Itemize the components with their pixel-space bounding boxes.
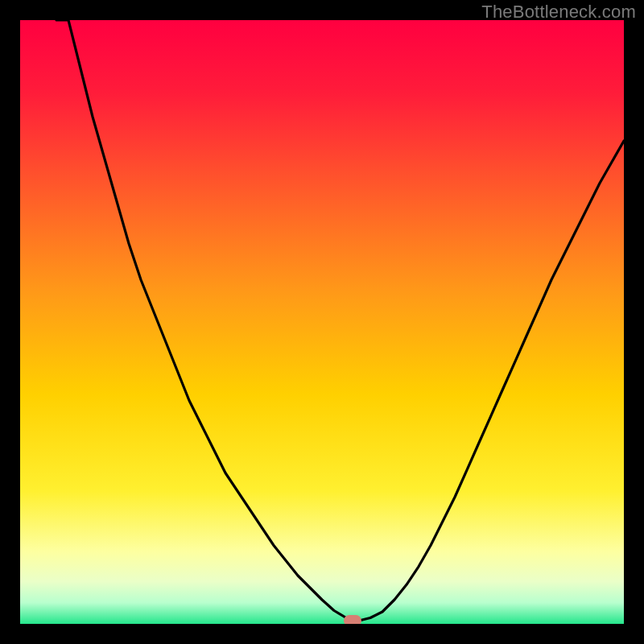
plot-area (20, 20, 624, 624)
optimum-marker (344, 615, 361, 624)
bottleneck-curve (20, 20, 624, 624)
chart-frame: TheBottleneck.com (0, 0, 644, 644)
